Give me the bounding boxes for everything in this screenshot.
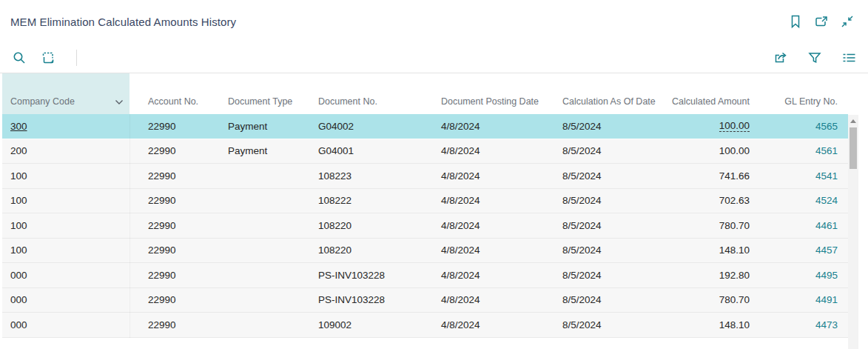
- cell-gl-entry-no[interactable]: 4524: [757, 195, 848, 206]
- cell-gl-entry-no[interactable]: 4473: [757, 319, 848, 330]
- gl-entry-link[interactable]: 4457: [815, 245, 838, 256]
- cell-document-no[interactable]: 108220: [309, 220, 439, 231]
- cell-account-no[interactable]: 22990: [129, 319, 217, 330]
- cell-calculation-as-of-date[interactable]: 8/5/2024: [554, 145, 653, 156]
- cell-company-code[interactable]: 000: [2, 270, 129, 281]
- table-row[interactable]: 20022990PaymentG040014/8/20248/5/2024100…: [2, 139, 848, 164]
- column-header-document-no[interactable]: Document No.: [309, 73, 439, 114]
- column-header-document-type[interactable]: Document Type: [217, 73, 309, 114]
- table-row[interactable]: 100229901082204/8/20248/5/2024148.104457: [2, 239, 848, 264]
- chevron-down-icon[interactable]: [115, 99, 124, 107]
- cell-document-no[interactable]: G04001: [309, 145, 439, 156]
- cell-company-code[interactable]: 000: [2, 294, 129, 305]
- cell-document-type[interactable]: Payment: [217, 145, 309, 156]
- cell-account-no[interactable]: 22990: [129, 270, 217, 281]
- cell-document-posting-date[interactable]: 4/8/2024: [439, 170, 554, 182]
- vertical-scrollbar[interactable]: [848, 115, 858, 349]
- cell-document-type[interactable]: Payment: [217, 121, 309, 132]
- cell-document-no[interactable]: G04002: [309, 121, 439, 132]
- cell-calculated-amount[interactable]: 780.70: [653, 294, 757, 305]
- gl-entry-link[interactable]: 4561: [815, 145, 838, 156]
- table-row[interactable]: 00022990PS-INV1032284/8/20248/5/2024780.…: [2, 288, 848, 313]
- cell-calculation-as-of-date[interactable]: 8/5/2024: [554, 319, 653, 330]
- cell-account-no[interactable]: 22990: [129, 294, 217, 305]
- filter-icon[interactable]: [807, 50, 822, 65]
- table-row[interactable]: 00022990PS-INV1032284/8/20248/5/2024192.…: [2, 263, 848, 288]
- cell-account-no[interactable]: 22990: [129, 170, 217, 182]
- cell-document-posting-date[interactable]: 4/8/2024: [439, 195, 554, 206]
- cell-calculation-as-of-date[interactable]: 8/5/2024: [554, 220, 653, 231]
- cell-gl-entry-no[interactable]: 4461: [757, 220, 848, 231]
- cell-gl-entry-no[interactable]: 4561: [757, 145, 848, 156]
- cell-company-code[interactable]: 000: [2, 319, 129, 330]
- scrollbar-up-arrow[interactable]: [848, 115, 858, 127]
- cell-document-no[interactable]: PS-INV103228: [309, 294, 439, 305]
- cell-company-code[interactable]: 100: [2, 220, 129, 231]
- cell-document-posting-date[interactable]: 4/8/2024: [439, 245, 554, 256]
- cell-document-no[interactable]: 108222: [309, 195, 439, 206]
- cell-calculated-amount[interactable]: 192.80: [653, 270, 757, 281]
- cell-calculation-as-of-date[interactable]: 8/5/2024: [554, 170, 653, 182]
- cell-company-code[interactable]: 300: [2, 121, 129, 132]
- gl-entry-link[interactable]: 4491: [815, 294, 838, 305]
- column-header-document-posting-date[interactable]: Document Posting Date: [439, 73, 554, 114]
- column-header-account-no[interactable]: Account No.: [129, 73, 217, 114]
- cell-company-code[interactable]: 100: [2, 195, 129, 206]
- cell-gl-entry-no[interactable]: 4457: [757, 245, 848, 256]
- cell-document-posting-date[interactable]: 4/8/2024: [439, 220, 554, 231]
- cell-document-posting-date[interactable]: 4/8/2024: [439, 145, 554, 156]
- table-row[interactable]: 100229901082224/8/20248/5/2024702.634524: [2, 189, 848, 214]
- cell-calculation-as-of-date[interactable]: 8/5/2024: [554, 294, 653, 305]
- bookmark-icon[interactable]: [788, 14, 803, 29]
- cell-gl-entry-no[interactable]: 4491: [757, 294, 848, 305]
- column-header-company-code[interactable]: Company Code: [2, 73, 129, 114]
- cell-document-posting-date[interactable]: 4/8/2024: [439, 294, 554, 305]
- cell-gl-entry-no[interactable]: 4495: [757, 270, 848, 281]
- table-row[interactable]: 000229901090024/8/20248/5/2024148.104473: [2, 313, 848, 338]
- cell-account-no[interactable]: 22990: [129, 195, 217, 206]
- search-icon[interactable]: [12, 50, 27, 65]
- cell-calculated-amount[interactable]: 741.66: [653, 170, 757, 182]
- collapse-icon[interactable]: [840, 14, 855, 29]
- cell-company-code[interactable]: 100: [2, 170, 129, 182]
- cell-document-no[interactable]: PS-INV103228: [309, 270, 439, 281]
- column-header-calculation-as-of-date[interactable]: Calculation As Of Date: [554, 73, 653, 114]
- cell-company-code[interactable]: 200: [2, 145, 129, 156]
- cell-calculated-amount[interactable]: 148.10: [653, 245, 757, 256]
- cell-calculated-amount[interactable]: 100.00: [653, 120, 757, 132]
- analyze-icon[interactable]: [41, 50, 55, 65]
- column-header-calculated-amount[interactable]: Calculated Amount: [653, 73, 757, 114]
- cell-calculated-amount[interactable]: 780.70: [653, 220, 757, 231]
- cell-document-no[interactable]: 108220: [309, 245, 439, 256]
- scrollbar-thumb[interactable]: [850, 127, 857, 169]
- cell-account-no[interactable]: 22990: [129, 245, 217, 256]
- table-row[interactable]: 100229901082204/8/20248/5/2024780.704461: [2, 213, 848, 239]
- table-row[interactable]: 30022990PaymentG040024/8/20248/5/2024100…: [2, 114, 848, 139]
- gl-entry-link[interactable]: 4473: [815, 319, 838, 330]
- cell-calculated-amount[interactable]: 100.00: [653, 145, 757, 156]
- gl-entry-link[interactable]: 4495: [815, 270, 838, 281]
- table-row[interactable]: 100229901082234/8/20248/5/2024741.664541: [2, 164, 848, 189]
- cell-calculated-amount[interactable]: 702.63: [653, 195, 757, 206]
- cell-calculation-as-of-date[interactable]: 8/5/2024: [554, 245, 653, 256]
- cell-gl-entry-no[interactable]: 4541: [757, 170, 848, 182]
- gl-entry-link[interactable]: 4565: [815, 121, 838, 132]
- list-options-icon[interactable]: [841, 50, 856, 65]
- cell-document-no[interactable]: 109002: [309, 319, 439, 330]
- cell-document-posting-date[interactable]: 4/8/2024: [439, 270, 554, 281]
- cell-document-posting-date[interactable]: 4/8/2024: [439, 319, 554, 330]
- gl-entry-link[interactable]: 4524: [815, 195, 838, 206]
- cell-calculation-as-of-date[interactable]: 8/5/2024: [554, 195, 653, 206]
- open-in-new-window-icon[interactable]: [814, 14, 829, 29]
- cell-calculation-as-of-date[interactable]: 8/5/2024: [554, 121, 653, 132]
- cell-gl-entry-no[interactable]: 4565: [757, 121, 848, 132]
- cell-document-no[interactable]: 108223: [309, 170, 439, 182]
- cell-company-code[interactable]: 100: [2, 245, 129, 256]
- column-header-gl-entry-no[interactable]: GL Entry No.: [757, 73, 848, 114]
- cell-calculated-amount[interactable]: 148.10: [653, 319, 757, 330]
- cell-account-no[interactable]: 22990: [129, 121, 217, 132]
- cell-account-no[interactable]: 22990: [129, 145, 217, 156]
- cell-document-posting-date[interactable]: 4/8/2024: [439, 121, 554, 132]
- gl-entry-link[interactable]: 4541: [815, 170, 838, 182]
- gl-entry-link[interactable]: 4461: [815, 220, 838, 231]
